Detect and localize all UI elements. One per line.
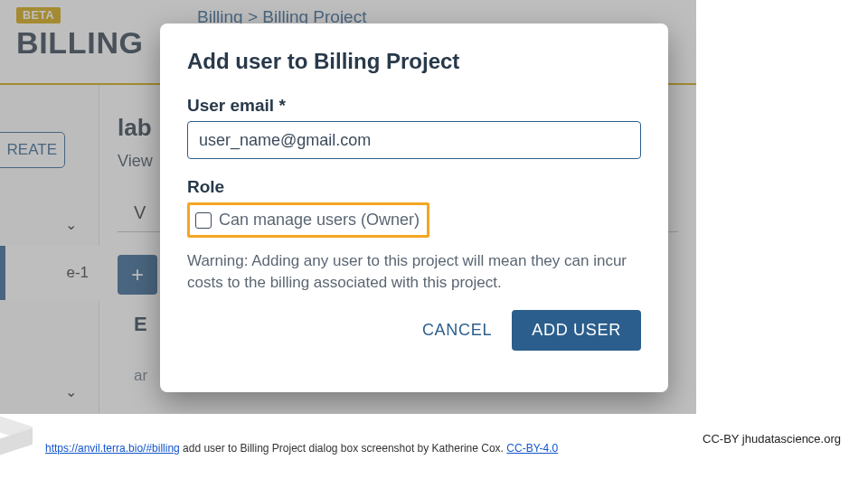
role-label: Role	[187, 177, 641, 197]
cancel-button[interactable]: CANCEL	[422, 321, 492, 340]
caption-text: add user to Billing Project dialog box s…	[180, 442, 507, 455]
dialog-actions: CANCEL ADD USER	[187, 310, 641, 351]
owner-checkbox[interactable]	[195, 212, 212, 229]
app-clip: BETA BILLING Billing > Billing Project R…	[0, 0, 696, 414]
license-link[interactable]: CC-BY-4.0	[506, 442, 558, 455]
email-field[interactable]	[187, 121, 641, 159]
stage: BETA BILLING Billing > Billing Project R…	[0, 0, 868, 488]
source-url-link[interactable]: https://anvil.terra.bio/#billing	[45, 442, 180, 455]
email-label: User email *	[187, 96, 641, 116]
owner-checkbox-label: Can manage users (Owner)	[219, 211, 420, 230]
role-checkbox-highlight: Can manage users (Owner)	[187, 202, 429, 238]
dialog-title: Add user to Billing Project	[187, 49, 641, 74]
warning-text: Warning: Adding any user to this project…	[187, 250, 630, 294]
attribution-right: CC-BY jhudatascience.org	[703, 432, 841, 446]
add-user-dialog: Add user to Billing Project User email *…	[160, 23, 668, 392]
add-user-button[interactable]: ADD USER	[512, 310, 641, 351]
